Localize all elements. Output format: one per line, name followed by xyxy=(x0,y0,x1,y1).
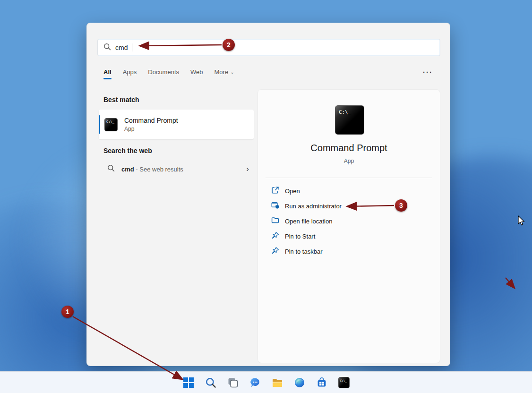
best-match-result[interactable]: C:\_ Command Prompt App xyxy=(99,110,254,139)
web-search-result[interactable]: cmd - See web results › xyxy=(99,159,254,179)
desktop: cmd All Apps Documents Web More⌄ ··· Bes… xyxy=(0,0,532,393)
tab-web[interactable]: Web xyxy=(190,68,203,79)
result-subtitle: App xyxy=(124,126,178,132)
search-web-heading: Search the web xyxy=(103,147,152,154)
tab-all[interactable]: All xyxy=(103,68,112,79)
command-prompt-icon: C:\_ xyxy=(104,118,118,131)
search-flyout: cmd All Apps Documents Web More⌄ ··· Bes… xyxy=(86,23,450,366)
search-icon xyxy=(103,43,111,52)
annotation-step-1: 1 xyxy=(61,306,74,318)
more-options-button[interactable]: ··· xyxy=(423,68,433,76)
edge-icon[interactable] xyxy=(293,376,306,389)
preview-title: Command Prompt xyxy=(258,143,440,154)
selection-accent-bar xyxy=(99,115,100,134)
annotation-step-2: 2 xyxy=(223,39,235,51)
divider xyxy=(266,178,432,178)
tab-more[interactable]: More⌄ xyxy=(215,68,234,79)
start-button[interactable] xyxy=(182,376,195,389)
preview-subtitle: App xyxy=(258,158,440,164)
pin-to-taskbar-action[interactable]: Pin to taskbar xyxy=(258,244,440,259)
pin-icon xyxy=(271,247,279,256)
run-as-admin-icon xyxy=(271,201,279,211)
chat-icon[interactable] xyxy=(249,376,261,389)
run-as-admin-action[interactable]: Run as administrator xyxy=(258,198,440,214)
context-actions: Open Run as administrator Open file loca… xyxy=(258,183,440,259)
open-file-location-action[interactable]: Open file location xyxy=(258,214,440,229)
command-prompt-icon: C:\_ xyxy=(335,105,364,135)
store-icon[interactable] xyxy=(316,376,328,389)
preview-pane: C:\_ Command Prompt App Open Run as admi… xyxy=(257,89,440,363)
file-explorer-icon[interactable] xyxy=(271,376,283,389)
search-filter-tabs: All Apps Documents Web More⌄ xyxy=(103,68,234,79)
task-view-icon[interactable] xyxy=(227,376,239,389)
search-input[interactable]: cmd xyxy=(97,39,440,56)
mouse-cursor xyxy=(517,215,526,227)
taskbar: C:\_ xyxy=(0,371,532,393)
web-suffix: - See web results xyxy=(134,166,183,173)
web-query: cmd xyxy=(121,166,134,173)
open-action[interactable]: Open xyxy=(258,183,440,198)
folder-icon xyxy=(271,216,279,226)
tab-documents[interactable]: Documents xyxy=(148,68,179,79)
terminal-icon[interactable]: C:\_ xyxy=(338,376,350,389)
best-match-heading: Best match xyxy=(103,96,139,103)
pin-to-start-action[interactable]: Pin to Start xyxy=(258,229,440,244)
open-icon xyxy=(271,186,279,196)
annotation-step-3: 3 xyxy=(395,199,407,212)
chevron-right-icon[interactable]: › xyxy=(246,164,249,174)
text-caret xyxy=(132,43,132,51)
tab-apps[interactable]: Apps xyxy=(123,68,137,79)
search-icon xyxy=(107,164,115,174)
result-title: Command Prompt xyxy=(124,117,178,124)
taskbar-search-icon[interactable] xyxy=(205,376,217,389)
pin-icon xyxy=(271,231,279,241)
chevron-down-icon: ⌄ xyxy=(230,69,234,75)
search-query-text: cmd xyxy=(115,44,128,51)
